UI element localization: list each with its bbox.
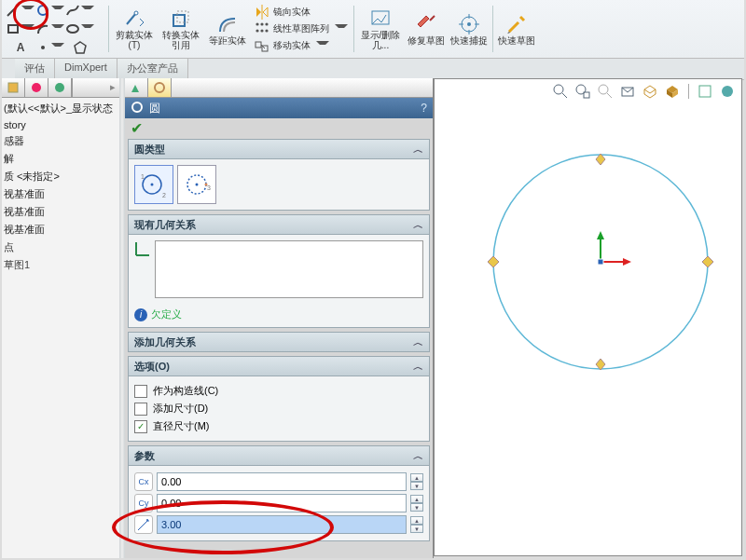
section-add-relations[interactable]: 添加几何关系︿ — [128, 332, 430, 352]
config-manager-tab[interactable] — [25, 78, 48, 97]
chevron-up-icon: ︿ — [413, 360, 423, 374]
tree-item[interactable]: (默认<<默认>_显示状态 — [4, 100, 117, 117]
quick-snap-button[interactable]: 快速捕捉 — [448, 0, 490, 58]
help-icon[interactable]: ? — [421, 102, 427, 115]
polygon-tool[interactable] — [65, 38, 95, 57]
spline-tool[interactable] — [65, 1, 95, 20]
point-tool[interactable] — [35, 38, 65, 57]
svg-rect-6 — [173, 15, 185, 26]
manager-tab-bar: ▸ — [2, 78, 119, 98]
dimxpert-tab[interactable]: DimXpert — [55, 59, 117, 79]
svg-point-20 — [467, 22, 471, 26]
section-circle-type[interactable]: 圆类型︿ — [128, 139, 430, 159]
tree-item[interactable]: 解 — [4, 150, 117, 168]
center-x-stepper[interactable]: ▲▼ — [410, 473, 423, 490]
tree-item[interactable]: 点 — [4, 239, 117, 256]
radius-stepper[interactable]: ▲▼ — [410, 516, 423, 533]
ribbon: A 剪裁实体(T) 转换实体引用 等距实体 镜向实体 线性草图阵列 移动实体 显… — [2, 0, 744, 58]
offset-entities-button[interactable]: 等距实体 — [204, 0, 251, 58]
center-y-stepper[interactable]: ▲▼ — [410, 495, 423, 512]
tree-item[interactable]: 质 <未指定> — [4, 168, 117, 185]
center-x-input[interactable]: 0.00 — [157, 472, 407, 491]
center-y-icon: Cy — [134, 494, 153, 512]
graphics-viewport[interactable] — [434, 78, 742, 556]
convert-label: 转换实体引用 — [160, 30, 201, 50]
center-x-icon: Cx — [134, 472, 153, 491]
underdefined-label: 欠定义 — [151, 307, 182, 321]
svg-rect-7 — [177, 11, 188, 22]
mirror-entities-button[interactable]: 镜向实体 — [255, 5, 348, 20]
svg-marker-47 — [623, 258, 631, 266]
move-label: 移动实体 — [273, 39, 311, 52]
svg-point-26 — [132, 102, 142, 112]
chevron-up-icon: ︿ — [413, 218, 423, 232]
tree-item[interactable]: 视基准面 — [4, 185, 117, 203]
tree-item[interactable]: 视基准面 — [4, 221, 117, 239]
confirm-button[interactable]: ✔ — [125, 118, 433, 137]
convert-entities-button[interactable]: 转换实体引用 — [158, 0, 204, 58]
ellipse-tool[interactable] — [65, 20, 95, 38]
linear-pattern-button[interactable]: 线性草图阵列 — [255, 21, 348, 36]
property-title-bar: 圆 ? — [125, 98, 433, 118]
svg-marker-44 — [488, 256, 499, 267]
feature-manager-panel: ▸ (默认<<默认>_显示状态 story 感器 解 质 <未指定> 视基准面 … — [2, 78, 120, 558]
property-tab-pm[interactable] — [148, 78, 172, 97]
move-entities-button[interactable]: 移动实体 — [255, 38, 348, 53]
manager-tab-overflow[interactable]: ▸ — [72, 78, 119, 97]
section-existing-relations[interactable]: 现有几何关系︿ — [128, 214, 430, 235]
info-icon: i — [134, 308, 147, 321]
svg-rect-1 — [8, 25, 18, 33]
perimeter-circle-option[interactable]: 3 — [177, 165, 216, 204]
feature-manager-tab[interactable] — [2, 78, 25, 97]
chevron-up-icon: ︿ — [413, 449, 423, 463]
tree-item[interactable]: 视基准面 — [4, 203, 117, 221]
property-tab-feature[interactable] — [125, 78, 148, 97]
svg-point-25 — [155, 83, 164, 92]
svg-point-2 — [67, 25, 78, 33]
radius-input[interactable]: 3.00 — [157, 515, 407, 534]
feature-tree[interactable]: (默认<<默认>_显示状态 story 感器 解 质 <未指定> 视基准面 视基… — [2, 98, 119, 276]
diameter-dimension-label: 直径尺寸(M) — [153, 419, 210, 433]
svg-point-13 — [256, 29, 258, 32]
trim-entities-button[interactable]: 剪裁实体(T) — [111, 0, 158, 58]
construction-line-checkbox[interactable] — [134, 385, 147, 398]
svg-rect-48 — [598, 259, 603, 265]
show-delete-button[interactable]: 显示/删除几... — [356, 0, 405, 58]
office-tab[interactable]: 办公室产品 — [117, 59, 188, 79]
handle-right[interactable] — [702, 256, 713, 267]
pattern-group: 镜向实体 线性草图阵列 移动实体 — [251, 0, 352, 58]
svg-point-11 — [260, 22, 263, 25]
property-manager: 圆 ? ✔ 圆类型︿ 21 3 现有几何关系︿ i欠定义 添加几何关系︿ 选项(… — [125, 78, 434, 558]
tree-item[interactable]: 草图1 — [4, 256, 117, 274]
tree-item[interactable]: 感器 — [4, 132, 117, 150]
svg-point-32 — [196, 184, 199, 186]
sketch-canvas — [435, 79, 742, 554]
repair-label: 修复草图 — [408, 35, 445, 46]
add-dimension-label: 添加尺寸(D) — [153, 402, 208, 416]
svg-point-14 — [260, 29, 263, 32]
existing-relations-list[interactable] — [155, 240, 423, 298]
diameter-dimension-checkbox[interactable]: ✓ — [134, 420, 147, 433]
add-dimension-checkbox[interactable] — [134, 403, 147, 416]
display-manager-tab[interactable] — [48, 78, 72, 97]
text-tool[interactable]: A — [6, 38, 35, 57]
svg-point-10 — [256, 22, 258, 25]
tree-item[interactable]: story — [4, 117, 117, 132]
svg-point-23 — [32, 83, 41, 92]
svg-point-28 — [151, 184, 154, 186]
svg-rect-22 — [8, 83, 18, 92]
showdel-label: 显示/删除几... — [359, 30, 402, 50]
handle-left[interactable] — [488, 256, 499, 267]
repair-sketch-button[interactable]: 修复草图 — [405, 0, 448, 58]
svg-text:1: 1 — [141, 173, 145, 180]
quick-sketch-button[interactable]: 快速草图 — [495, 0, 538, 58]
circle-type-options: 21 3 — [134, 165, 423, 204]
command-tab-strip: 评估 DimXpert 办公室产品 — [2, 58, 744, 80]
eval-tab[interactable]: 评估 — [15, 59, 55, 79]
center-y-input[interactable]: 0.00 — [157, 494, 407, 512]
property-tab-bar — [125, 78, 433, 98]
center-radius-circle-option[interactable]: 21 — [134, 165, 173, 204]
section-options[interactable]: 选项(O)︿ — [128, 356, 430, 376]
svg-point-24 — [55, 83, 64, 92]
section-parameters[interactable]: 参数︿ — [128, 445, 430, 466]
